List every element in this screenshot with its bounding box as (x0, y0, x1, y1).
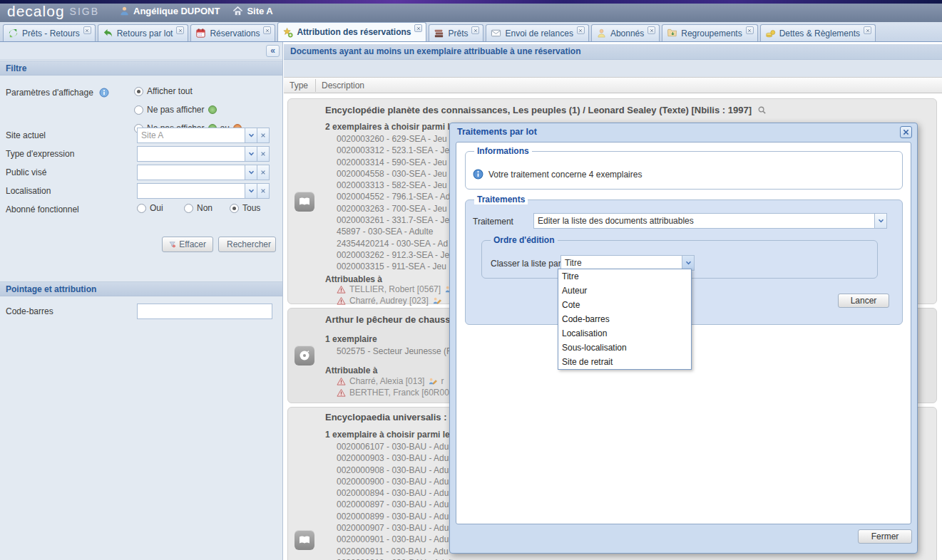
edit-holder-icon[interactable] (428, 377, 437, 386)
close-tab-icon[interactable] (414, 24, 422, 32)
copy-line: 0020003263 - 700-SEA - Jeu (337, 203, 450, 214)
tab-dettes-reglements[interactable]: Dettes & Règlements (760, 24, 876, 41)
info-icon (99, 88, 109, 98)
subscribers-icon (596, 28, 607, 38)
app-logo-suffix: SIGB (70, 6, 99, 17)
edit-holder-icon[interactable] (432, 296, 441, 306)
copy-line: 0020004558 - 030-SEA - Jeu (337, 168, 450, 180)
loans-books-icon (434, 28, 444, 38)
public-vise-combobox[interactable] (137, 165, 270, 180)
copy-line: 0020003315 - 911-SEA - Jeu (337, 261, 450, 272)
tab-reservations[interactable]: Réservations (190, 24, 275, 41)
radio-ne-pas-afficher[interactable]: Ne pas afficher (134, 105, 217, 115)
tab-retours-par-lot[interactable]: Retours par lot (98, 24, 189, 41)
clear-field-icon[interactable] (257, 128, 269, 142)
radio-non[interactable]: Non (184, 203, 213, 213)
tab-abonnes[interactable]: Abonnés (591, 24, 660, 41)
collapse-panel-button[interactable]: « (266, 45, 280, 57)
copy-line: 0020000897 - 030-BAU - Adu (337, 499, 458, 510)
user-icon (119, 6, 130, 16)
dropdown-option[interactable]: Cote (558, 298, 691, 312)
ordre-edition-legend: Ordre d'édition (491, 235, 558, 245)
clear-field-icon[interactable] (257, 184, 269, 198)
tab-prets[interactable]: Prêts (429, 24, 483, 41)
display-params-label: Paramètres d'affichage (6, 88, 109, 98)
loans-returns-icon (8, 28, 19, 38)
info-message: Votre traitement concerne 4 exemplaires (488, 170, 642, 180)
close-tab-icon[interactable] (864, 26, 871, 34)
dropdown-option[interactable]: Localisation (558, 326, 691, 341)
site-name: Site A (247, 6, 272, 16)
close-tab-icon[interactable] (263, 26, 271, 34)
close-tab-icon[interactable] (176, 26, 184, 34)
close-dialog-icon[interactable] (900, 126, 912, 138)
close-tab-icon[interactable] (746, 26, 754, 34)
tab-label: Attribution des réservations (297, 27, 411, 37)
close-tab-icon[interactable] (577, 26, 585, 34)
chevron-down-icon[interactable] (245, 147, 257, 161)
tab-attribution-des-reservations[interactable]: Attribution des réservations (277, 22, 426, 41)
clear-field-icon[interactable] (257, 165, 269, 180)
pointage-section-header: Pointage et attribution (0, 281, 282, 296)
disc-icon (295, 346, 314, 365)
column-type[interactable]: Type (290, 81, 308, 90)
holder-row[interactable]: Charré, Alexia [013] r (337, 375, 453, 387)
code-barres-label: Code-barres (6, 306, 53, 316)
warning-icon (337, 388, 346, 398)
magnifier-icon[interactable] (757, 105, 767, 117)
chevron-down-icon[interactable] (874, 214, 886, 228)
current-user[interactable]: Angélique DUPONT (119, 6, 220, 16)
lancer-button[interactable]: Lancer (838, 294, 889, 308)
public-vise-label: Public visé (6, 167, 46, 177)
close-tab-icon[interactable] (471, 26, 479, 34)
status-green-dot (208, 105, 217, 114)
radio-oui[interactable]: Oui (137, 203, 163, 213)
copies-list: 0020003260 - 629-SEA - Jeu0020003312 - 5… (337, 133, 450, 273)
radio-icon (134, 87, 143, 96)
chevron-down-icon[interactable] (245, 165, 257, 180)
traitement-combobox[interactable]: Editer la liste des documents attribuabl… (533, 213, 887, 229)
informations-legend: Informations (474, 146, 532, 156)
effacer-button[interactable]: Effacer (162, 237, 213, 252)
assign-reservations-icon (282, 27, 293, 38)
copy-line: 0020003313 - 582-SEA - Jeu (337, 180, 450, 191)
holder-row[interactable]: BERTHET, Franck [60R00 (337, 387, 453, 398)
holders-list: Charré, Alexia [013] r BERTHET, Franck [… (337, 375, 453, 398)
copies-count: 1 exemplaire à choisir parmi le (325, 430, 450, 440)
close-tab-icon[interactable] (647, 26, 655, 34)
tab-regroupements[interactable]: Regroupements (662, 24, 757, 41)
fermer-button[interactable]: Fermer (858, 529, 912, 544)
filter-section-header: Filtre (0, 61, 282, 76)
close-tab-icon[interactable] (83, 26, 91, 34)
code-barres-input[interactable] (137, 304, 272, 319)
holder-row[interactable]: Charré, Audrey [023] (337, 295, 457, 306)
warning-icon (337, 377, 346, 386)
dropdown-option[interactable]: Sous-localisation (558, 341, 691, 355)
site-actuel-combobox[interactable]: Site A (137, 128, 270, 143)
tab-bar: Prêts - Retours Retours par lot Réservat… (0, 22, 942, 42)
localisation-combobox[interactable] (137, 183, 270, 199)
type-expression-combobox[interactable] (137, 146, 270, 162)
dropdown-option[interactable]: Titre (558, 269, 691, 284)
copies-list: 0020006107 - 030-BAU - Adu0020000903 - 0… (337, 441, 458, 560)
clear-field-icon[interactable] (257, 147, 269, 161)
current-site[interactable]: Site A (232, 6, 272, 16)
column-description[interactable]: Description (322, 81, 364, 90)
chevron-down-icon[interactable] (245, 184, 257, 198)
tab-prets-retours[interactable]: Prêts - Retours (3, 24, 96, 41)
chevron-down-icon[interactable] (682, 256, 694, 270)
dropdown-option[interactable]: Auteur (558, 284, 691, 298)
holder-row[interactable]: TELLIER, Robert [0567] (337, 284, 457, 295)
rechercher-button[interactable]: Rechercher (218, 237, 276, 252)
attributables-label: Attribuable à (325, 365, 377, 375)
tab-envoi-de-relances[interactable]: Envoi de relances (486, 24, 588, 41)
dropdown-option[interactable]: Site de retrait (558, 355, 691, 369)
filter-panel: « Filtre Paramètres d'affichage Afficher… (0, 42, 283, 560)
holder-name: Charré, Audrey [023] (349, 296, 429, 306)
radio-tous[interactable]: Tous (230, 203, 260, 213)
chevron-down-icon[interactable] (245, 128, 257, 142)
classer-la-liste-par-label: Classer la liste par (491, 259, 561, 269)
dropdown-option[interactable]: Code-barres (558, 312, 691, 326)
radio-afficher-tout[interactable]: Afficher tout (134, 86, 193, 96)
copies-count: 1 exemplaire (325, 334, 377, 344)
